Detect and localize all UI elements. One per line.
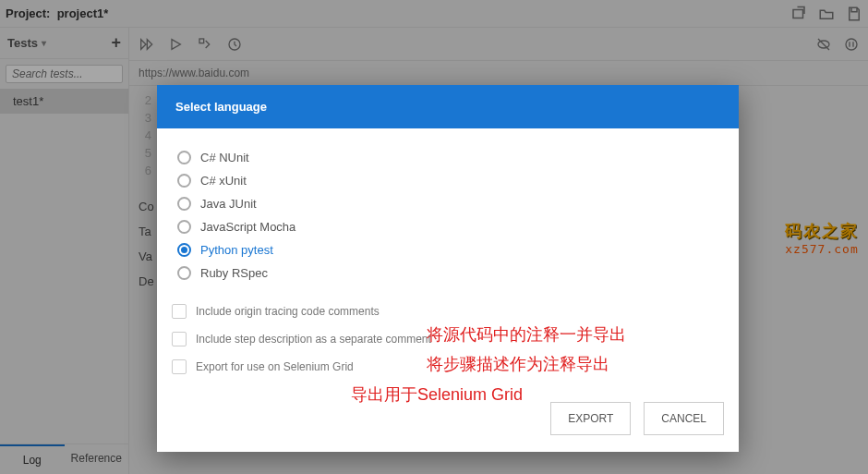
export-button[interactable]: EXPORT: [550, 402, 631, 435]
radio-icon: [177, 151, 191, 164]
checkbox-icon: [172, 359, 187, 374]
cancel-button[interactable]: CANCEL: [644, 402, 724, 435]
checkbox-icon: [172, 304, 187, 319]
radio-icon: [177, 220, 191, 234]
radio-csharp-nunit[interactable]: C# NUnit: [177, 151, 724, 164]
checkbox-step-description[interactable]: Include step description as a separate c…: [172, 332, 724, 346]
radio-icon: [177, 197, 191, 211]
checkbox-origin-tracing[interactable]: Include origin tracing code comments: [172, 304, 724, 319]
dialog-footer: EXPORT CANCEL: [157, 389, 739, 452]
radio-icon: [177, 243, 191, 257]
export-dialog: Select language C# NUnit C# xUnit Java J…: [157, 85, 739, 452]
language-radio-group: C# NUnit C# xUnit Java JUnit JavaScript …: [177, 151, 724, 280]
radio-javascript-mocha[interactable]: JavaScript Mocha: [177, 220, 724, 234]
dialog-title: Select language: [157, 85, 739, 128]
radio-python-pytest[interactable]: Python pytest: [177, 243, 724, 257]
radio-java-junit[interactable]: Java JUnit: [177, 197, 724, 211]
radio-icon: [177, 266, 191, 280]
radio-icon: [177, 174, 191, 188]
radio-ruby-rspec[interactable]: Ruby RSpec: [177, 266, 724, 280]
radio-csharp-xunit[interactable]: C# xUnit: [177, 174, 724, 188]
checkbox-group: Include origin tracing code comments Inc…: [172, 304, 724, 374]
checkbox-selenium-grid[interactable]: Export for use on Selenium Grid: [172, 359, 724, 374]
checkbox-icon: [172, 332, 187, 346]
